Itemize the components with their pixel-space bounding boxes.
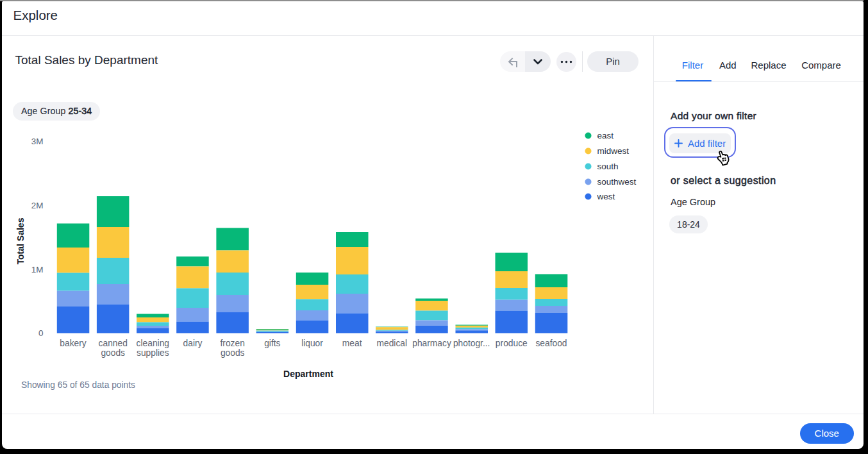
svg-text:cleaning: cleaning: [137, 339, 169, 348]
svg-text:frozen: frozen: [221, 339, 245, 348]
svg-text:bakery: bakery: [60, 339, 87, 348]
svg-text:photogr...: photogr...: [453, 339, 490, 348]
svg-text:south: south: [597, 162, 619, 171]
svg-text:pharmacy: pharmacy: [412, 339, 451, 348]
svg-text:west: west: [597, 192, 615, 201]
svg-text:Department: Department: [283, 369, 333, 379]
svg-text:Showing 65 of 65 data points: Showing 65 of 65 data points: [21, 380, 135, 390]
svg-text:goods: goods: [101, 348, 125, 358]
svg-text:gifts: gifts: [264, 339, 280, 348]
svg-text:liquor: liquor: [301, 339, 323, 348]
svg-text:1M: 1M: [31, 265, 44, 274]
svg-text:2M: 2M: [31, 201, 44, 210]
svg-text:0: 0: [38, 328, 44, 338]
svg-text:medical: medical: [377, 339, 408, 348]
svg-text:meat: meat: [342, 339, 362, 348]
svg-text:dairy: dairy: [183, 339, 203, 348]
svg-text:east: east: [597, 131, 614, 140]
svg-text:southwest: southwest: [597, 177, 637, 187]
svg-text:Total Sales: Total Sales: [15, 217, 26, 264]
svg-text:goods: goods: [221, 348, 245, 358]
svg-text:canned: canned: [99, 339, 128, 348]
svg-text:supplies: supplies: [137, 348, 169, 358]
svg-text:3M: 3M: [31, 137, 44, 146]
svg-text:midwest: midwest: [597, 146, 630, 156]
svg-text:seafood: seafood: [535, 339, 567, 348]
svg-text:produce: produce: [496, 339, 528, 348]
